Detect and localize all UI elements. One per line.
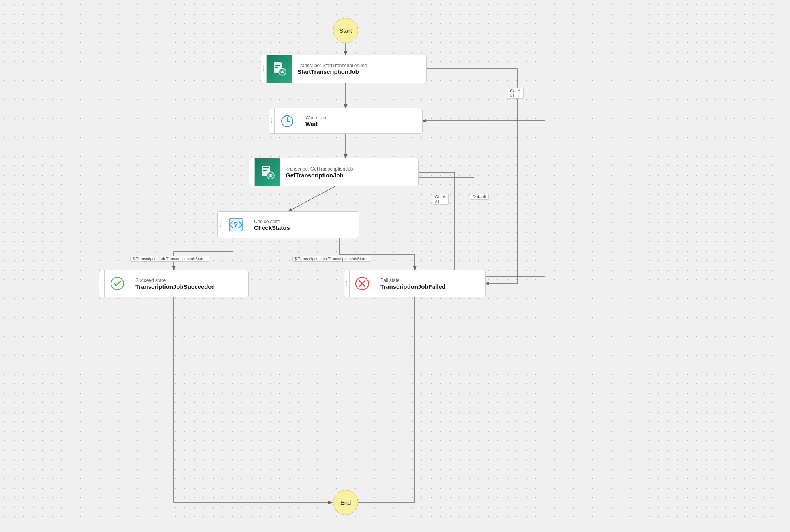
check-status-label: Choice state [254,219,354,224]
choice-icon: ? [223,212,248,238]
get-job-text: Transcribe: GetTranscriptionJob GetTrans… [280,162,418,182]
failed-text: Fail state TranscriptionJobFailed [375,274,485,294]
svg-rect-17 [263,170,267,171]
end-label: End [340,499,351,506]
node-divider: ⁞ [261,55,267,83]
condition1-label: $.TranscriptionJob.TranscriptionJobStatu… [130,256,209,262]
node-divider-wait: ⁞ [269,108,275,133]
start-node[interactable]: Start [333,18,358,43]
start-label: Start [339,27,352,34]
transcribe-icon-get [255,158,280,186]
svg-text:?: ? [234,221,238,229]
succeed-icon [105,270,130,297]
svg-rect-6 [275,65,280,66]
start-transcription-job-node[interactable]: ⁞ Transcribe: StartTranscriptionJob Star… [261,55,427,83]
node-divider-succeed: ⁞ [99,270,105,297]
node-divider-get: ⁞ [249,158,255,186]
end-node[interactable]: End [333,490,358,515]
svg-rect-7 [275,67,278,68]
catch1-label-top: Catch #1 [508,88,524,99]
failed-title: TranscriptionJobFailed [380,283,480,290]
succeeded-label: Succeed state [135,278,243,283]
check-status-text: Choice state CheckStatus [248,215,359,235]
succeeded-title: TranscriptionJobSucceeded [135,283,243,290]
svg-rect-15 [263,167,269,168]
succeeded-text: Succeed state TranscriptionJobSucceeded [130,274,248,294]
get-transcription-job-node[interactable]: ⁞ Transcribe: GetTranscriptionJob GetTra… [249,158,419,186]
start-job-label: Transcribe: StartTranscriptionJob [297,63,421,68]
check-status-node[interactable]: ⁞ ? Choice state CheckStatus [217,211,359,238]
transcribe-icon-start [267,55,292,83]
wait-text: Wait state Wait [300,111,422,131]
svg-rect-5 [275,64,280,64]
svg-rect-16 [263,169,269,169]
svg-point-9 [282,71,283,73]
node-divider-fail: ⁞ [344,270,350,297]
wait-title: Wait [305,120,417,127]
succeeded-node[interactable]: ⁞ Succeed state TranscriptionJobSucceede… [99,270,249,297]
start-job-text: Transcribe: StartTranscriptionJob StartT… [292,59,426,79]
wait-node[interactable]: ⁞ Wait state Wait [269,108,423,134]
get-job-title: GetTranscriptionJob [286,172,413,179]
svg-point-19 [270,175,271,176]
condition2-label: $.TranscriptionJob.TranscriptionJobStatu… [292,256,371,262]
svg-point-26 [111,277,124,290]
failed-node[interactable]: ⁞ Fail state TranscriptionJobFailed [344,270,486,297]
node-divider-check: ⁞ [218,212,223,238]
default-label: Default [470,194,489,200]
check-status-title: CheckStatus [254,224,354,231]
start-job-title: StartTranscriptionJob [297,68,421,75]
failed-label: Fail state [380,278,480,283]
clock-icon [275,108,300,133]
get-job-label: Transcribe: GetTranscriptionJob [286,166,413,172]
catch1-label-bottom: Catch #1 [433,194,449,205]
fail-icon [350,270,375,297]
wait-label: Wait state [305,115,417,120]
